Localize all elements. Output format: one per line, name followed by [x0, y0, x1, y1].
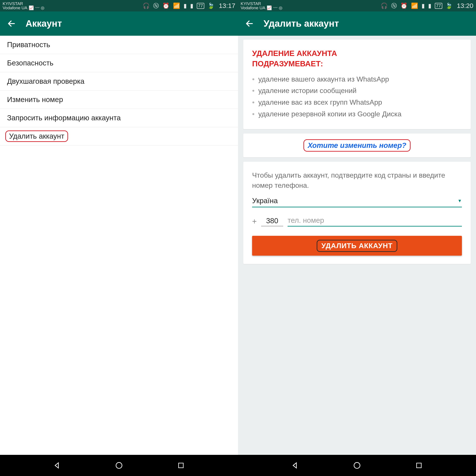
back-arrow-icon[interactable] [7, 19, 16, 28]
battery-indicator: 77 [435, 3, 442, 9]
nav-home-icon[interactable] [114, 460, 124, 470]
back-arrow-icon[interactable] [245, 19, 254, 28]
card-deletion-warning: УДАЛЕНИЕ АККАУНТА ПОДРАЗУМЕВАЕТ: удалени… [243, 40, 471, 129]
bullet-item: удаление вашего аккаунта из WhatsApp [252, 74, 462, 84]
carrier-2: Vodafone UA [241, 6, 265, 10]
bullet-item: удаление резервной копии из Google Диска [252, 109, 462, 119]
alarm-icon: ⏰ [162, 2, 170, 9]
list-item-privacy[interactable]: Приватность [0, 36, 238, 54]
status-bar: KYIVSTAR Vodafone UA 📈 〰 ◎ 🎧 Ⓝ ⏰ 📶 ▮ ▮ 7… [0, 0, 238, 12]
headset-icon: 🎧 [143, 2, 150, 9]
nav-back-icon[interactable] [52, 460, 62, 470]
leaf-icon: 🍃 [445, 2, 453, 9]
svg-rect-3 [178, 463, 183, 468]
chrome-icon: ◎ [41, 6, 45, 10]
list-item-delete-account[interactable]: Удалить аккаунт [0, 127, 238, 145]
signal-icon: ▮ [184, 2, 187, 9]
nav-recents-icon[interactable] [176, 460, 186, 470]
svg-point-6 [354, 462, 360, 469]
signal-icon: ▮ [428, 2, 432, 9]
svg-point-2 [116, 462, 122, 469]
phone-number-input[interactable] [288, 216, 462, 226]
wave-icon: 〰 [273, 6, 277, 10]
delete-button-highlight: УДАЛИТЬ АККАУНТ [317, 240, 397, 252]
dropdown-triangle-icon: ▼ [458, 198, 462, 204]
nfc-icon: Ⓝ [391, 2, 397, 10]
bullet-item: удаление вас из всех групп WhatsApp [252, 97, 462, 107]
app-bar: Удалить аккаунт [238, 12, 476, 36]
phone-left-account-settings: KYIVSTAR Vodafone UA 📈 〰 ◎ 🎧 Ⓝ ⏰ 📶 ▮ ▮ 7… [0, 0, 238, 476]
wave-icon: 〰 [35, 6, 39, 10]
page-title: Аккаунт [26, 18, 62, 29]
card-change-number: Хотите изменить номер? [243, 134, 471, 157]
list-item-security[interactable]: Безопасность [0, 54, 238, 72]
phone-input-row: + [252, 216, 462, 226]
chrome-icon: ◎ [279, 6, 283, 10]
activity-icon: 📈 [29, 6, 34, 10]
nfc-icon: Ⓝ [153, 2, 159, 10]
wifi-icon: 📶 [411, 2, 419, 9]
card-confirm-delete: Чтобы удалить аккаунт, подтвердите код с… [243, 162, 471, 264]
svg-rect-7 [416, 463, 421, 468]
nav-recents-icon[interactable] [414, 460, 424, 470]
country-select[interactable]: Україна ▼ [252, 197, 462, 207]
clock: 13:20 [457, 2, 473, 9]
warning-title: УДАЛЕНИЕ АККАУНТА ПОДРАЗУМЕВАЕТ: [252, 48, 462, 69]
nav-back-icon[interactable] [290, 460, 300, 470]
change-number-link[interactable]: Хотите изменить номер? [308, 141, 406, 149]
headset-icon: 🎧 [381, 2, 388, 9]
android-nav-bar [0, 455, 238, 476]
svg-marker-1 [55, 463, 58, 468]
clock: 13:17 [219, 2, 235, 9]
phone-right-delete-account: KYIVSTAR Vodafone UA 📈 〰 ◎ 🎧 Ⓝ ⏰ 📶 ▮ ▮ 7… [238, 0, 476, 476]
country-name: Україна [252, 197, 278, 205]
page-title: Удалить аккаунт [264, 18, 339, 29]
list-item-change-number[interactable]: Изменить номер [0, 91, 238, 109]
list-item-request-info[interactable]: Запросить информацию аккаунта [0, 109, 238, 127]
delete-account-highlight: Удалить аккаунт [5, 131, 68, 142]
nav-home-icon[interactable] [352, 460, 362, 470]
change-number-highlight: Хотите изменить номер? [304, 139, 410, 152]
carrier-2: Vodafone UA [3, 6, 27, 10]
battery-indicator: 77 [197, 3, 204, 9]
activity-icon: 📈 [267, 6, 272, 10]
list-item-two-step[interactable]: Двухшаговая проверка [0, 72, 238, 91]
alarm-icon: ⏰ [400, 2, 408, 9]
carrier-1: KYIVSTAR [3, 1, 45, 6]
leaf-icon: 🍃 [207, 2, 215, 9]
warning-bullet-list: удаление вашего аккаунта из WhatsApp уда… [252, 74, 462, 119]
status-bar: KYIVSTAR Vodafone UA 📈 〰 ◎ 🎧 Ⓝ ⏰ 📶 ▮ ▮ 7… [238, 0, 476, 12]
carrier-1: KYIVSTAR [241, 1, 283, 6]
app-bar: Аккаунт [0, 12, 238, 36]
svg-marker-5 [293, 463, 296, 468]
bullet-item: удаление истории сообщений [252, 86, 462, 96]
signal-icon: ▮ [190, 2, 194, 9]
confirm-instructions: Чтобы удалить аккаунт, подтвердите код с… [252, 170, 462, 191]
country-code-input[interactable] [261, 217, 283, 226]
delete-account-button[interactable]: УДАЛИТЬ АККАУНТ [252, 236, 462, 256]
wifi-icon: 📶 [173, 2, 181, 9]
signal-icon: ▮ [422, 2, 425, 9]
plus-sign: + [252, 217, 257, 226]
android-nav-bar [238, 455, 476, 476]
